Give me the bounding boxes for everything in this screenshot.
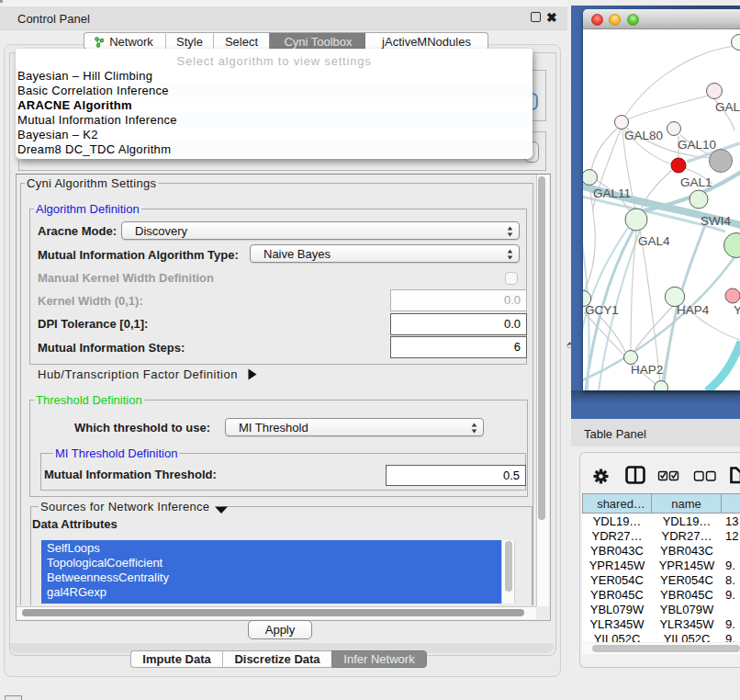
svg-text:GAL11: GAL11 xyxy=(593,186,631,200)
svg-text:GAL1: GAL1 xyxy=(680,175,712,189)
svg-text:GAL4: GAL4 xyxy=(638,234,670,248)
svg-text:HAP2: HAP2 xyxy=(631,363,663,377)
svg-text:HAP4: HAP4 xyxy=(677,303,710,317)
svg-text:GAL2: GAL2 xyxy=(715,100,740,114)
svg-text:SWI4: SWI4 xyxy=(701,214,731,228)
svg-text:GCY1: GCY1 xyxy=(585,303,619,317)
svg-text:Y: Y xyxy=(734,303,740,317)
svg-text:GAL80: GAL80 xyxy=(624,129,663,142)
svg-text:GAL10: GAL10 xyxy=(678,138,716,152)
